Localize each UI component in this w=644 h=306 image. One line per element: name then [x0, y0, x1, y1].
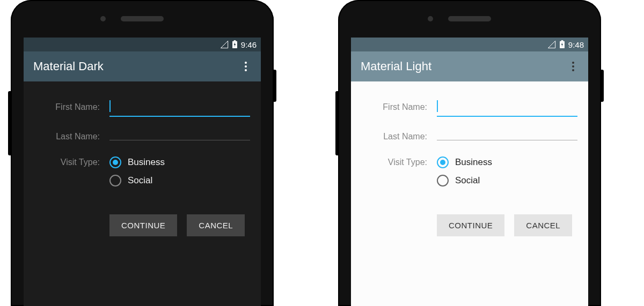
continue-button[interactable]: CONTINUE: [437, 214, 504, 236]
svg-rect-1: [234, 40, 236, 41]
screen-light: 9:48 Material Light First Name: Last Nam…: [351, 38, 588, 306]
power-button: [274, 70, 276, 102]
battery-charging-icon: [232, 40, 238, 49]
form-content: First Name: Last Name: Visit Type: Busin…: [351, 81, 588, 236]
status-clock: 9:46: [241, 40, 257, 49]
phone-frame-light: 9:48 Material Light First Name: Last Nam…: [338, 0, 601, 306]
more-vert-icon[interactable]: [240, 57, 251, 76]
more-vert-icon[interactable]: [568, 57, 579, 76]
signal-icon: [547, 40, 556, 49]
radio-business[interactable]: Business: [109, 156, 250, 168]
first-name-label: First Name:: [362, 102, 437, 112]
visit-type-row: Visit Type: Business Social: [362, 156, 577, 193]
radio-business-label: Business: [128, 157, 165, 168]
cancel-button[interactable]: CANCEL: [187, 214, 245, 236]
cancel-button[interactable]: CANCEL: [514, 214, 572, 236]
visit-type-label: Visit Type:: [362, 156, 437, 167]
continue-button[interactable]: CONTINUE: [109, 214, 177, 236]
button-row: CONTINUE CANCEL: [362, 214, 577, 236]
radio-unselected-icon: [109, 175, 121, 186]
first-name-input[interactable]: [109, 98, 250, 117]
app-title: Material Light: [361, 59, 431, 73]
radio-selected-icon: [109, 156, 121, 168]
volume-button: [335, 91, 338, 155]
svg-rect-3: [561, 40, 564, 41]
status-clock: 9:48: [568, 40, 584, 49]
app-title: Material Dark: [33, 59, 104, 73]
battery-charging-icon: [559, 40, 565, 49]
form-content: First Name: Last Name: Visit Type: Busin…: [24, 81, 261, 236]
radio-social[interactable]: Social: [437, 175, 577, 186]
app-bar: Material Light: [351, 51, 588, 81]
last-name-row: Last Name:: [362, 132, 577, 141]
radio-social-label: Social: [455, 175, 480, 186]
screen-dark: 9:46 Material Dark First Name: Last Name…: [24, 38, 261, 306]
radio-selected-icon: [437, 156, 449, 168]
radio-social-label: Social: [128, 175, 152, 186]
first-name-label: First Name:: [34, 102, 109, 112]
last-name-label: Last Name:: [34, 132, 109, 141]
volume-button: [8, 91, 11, 155]
first-name-input[interactable]: [437, 98, 577, 117]
visit-type-label: Visit Type:: [34, 156, 109, 167]
app-bar: Material Dark: [24, 51, 261, 81]
radio-business[interactable]: Business: [437, 156, 577, 168]
button-row: CONTINUE CANCEL: [34, 214, 250, 236]
last-name-input[interactable]: [109, 133, 250, 140]
radio-business-label: Business: [455, 157, 492, 168]
status-bar: 9:48: [351, 38, 588, 51]
visit-type-radio-group: Business Social: [437, 156, 577, 193]
phone-frame-dark: 9:46 Material Dark First Name: Last Name…: [11, 0, 274, 306]
last-name-label: Last Name:: [362, 132, 437, 141]
signal-icon: [220, 40, 229, 49]
last-name-row: Last Name:: [34, 132, 250, 141]
first-name-row: First Name:: [34, 98, 250, 117]
visit-type-row: Visit Type: Business Social: [34, 156, 250, 193]
status-bar: 9:46: [24, 38, 261, 51]
visit-type-radio-group: Business Social: [109, 156, 250, 193]
radio-unselected-icon: [437, 175, 449, 186]
power-button: [601, 70, 604, 102]
last-name-input[interactable]: [437, 133, 577, 140]
first-name-row: First Name:: [362, 98, 577, 117]
radio-social[interactable]: Social: [109, 175, 250, 186]
